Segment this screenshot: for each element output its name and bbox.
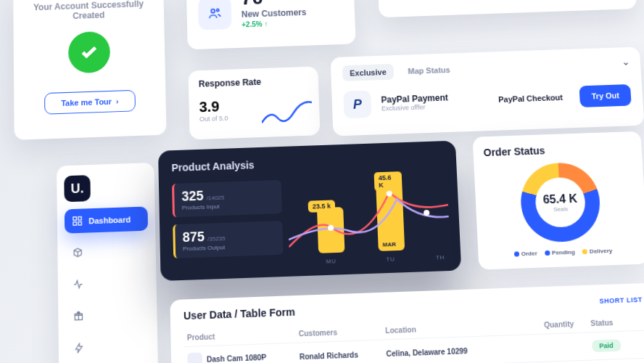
order-status-card: Order Status 65.4 K Seals Order Pending … xyxy=(473,131,644,270)
product-analysis-title: Product Analysis xyxy=(171,152,443,174)
status-badge: Paid xyxy=(592,339,622,352)
activity-icon xyxy=(73,279,83,290)
response-rate-card: Response Rate 3.9 Out of 5.0 xyxy=(189,67,321,140)
svg-rect-2 xyxy=(73,217,76,221)
account-created-card: Your Account Successfully Created Take m… xyxy=(13,0,166,140)
success-check-icon xyxy=(68,31,110,74)
order-status-legend: Order Pending Delivery xyxy=(488,247,637,258)
svg-point-1 xyxy=(217,9,219,11)
brand-logo: U. xyxy=(64,175,91,202)
grid-icon xyxy=(72,216,83,227)
paypal-checkout-label: PayPal Checkout xyxy=(498,93,563,104)
product-analysis-chart: 45.6 K MAR 23.5 k MU TU TH xyxy=(287,176,451,269)
order-status-donut: 65.4 K Seals xyxy=(519,162,603,243)
sidebar: U. Dashboard xyxy=(57,163,158,363)
paypal-sub: Exclusive offfer xyxy=(381,102,449,112)
order-status-value: 65.4 K xyxy=(542,192,577,206)
new-customers-label: New Customers xyxy=(242,7,307,20)
sidebar-item-rewards[interactable] xyxy=(65,301,149,329)
tab-exclusive[interactable]: Exclusive xyxy=(342,64,394,81)
user-data-table: Product Customers Location Quantity Stat… xyxy=(184,313,644,363)
order-status-sub: Seals xyxy=(553,205,569,213)
user-data-title: User Data / Table Form xyxy=(183,306,295,322)
stat-products-output: 875/35235 Products Output xyxy=(173,221,283,258)
svg-rect-4 xyxy=(73,222,76,226)
tab-map-status[interactable]: Map Status xyxy=(400,62,458,79)
user-data-table-card: User Data / Table Form SHORT LIST Produc… xyxy=(170,283,644,363)
stat-products-input: 325/14025 Products Input xyxy=(172,180,282,217)
order-status-title: Order Status xyxy=(483,142,632,158)
take-tour-button[interactable]: Take me Tour› xyxy=(44,90,136,115)
short-list-link[interactable]: SHORT LIST xyxy=(599,296,643,305)
lightning-icon xyxy=(73,343,84,354)
gift-icon xyxy=(73,311,84,322)
sidebar-item-power[interactable] xyxy=(66,333,151,361)
google-stat-card: Google +40 ↑ -12 ↓ xyxy=(377,0,637,17)
box-icon xyxy=(73,247,83,258)
svg-rect-3 xyxy=(78,217,81,221)
col-status: Status xyxy=(587,313,644,333)
product-analysis-card: Product Analysis 325/14025 Products Inpu… xyxy=(158,141,461,281)
new-customers-delta: +2.5% ↑ xyxy=(242,19,307,29)
paypal-card: Exclusive Map Status ⌄ P PayPal Payment … xyxy=(331,46,644,136)
sidebar-item-activity[interactable] xyxy=(65,269,149,297)
response-sparkline xyxy=(261,99,313,130)
response-rate-title: Response Rate xyxy=(199,76,308,89)
account-title: Your Account Successfully Created xyxy=(23,0,154,23)
sidebar-item-products[interactable] xyxy=(65,238,149,265)
paypal-icon: P xyxy=(343,90,371,118)
svg-rect-5 xyxy=(78,221,81,225)
users-icon xyxy=(198,0,232,30)
chevron-down-icon[interactable]: ⌄ xyxy=(622,56,631,68)
sidebar-item-dashboard[interactable]: Dashboard xyxy=(65,206,148,233)
chevron-right-icon: › xyxy=(116,97,119,105)
col-quantity: Quantity xyxy=(540,315,588,334)
new-customers-card: 70 New Customers +2.5% ↑ ⋯ xyxy=(186,0,356,49)
svg-point-0 xyxy=(211,9,215,13)
try-out-button[interactable]: Try Out xyxy=(579,84,632,107)
product-thumb-icon xyxy=(187,353,202,363)
